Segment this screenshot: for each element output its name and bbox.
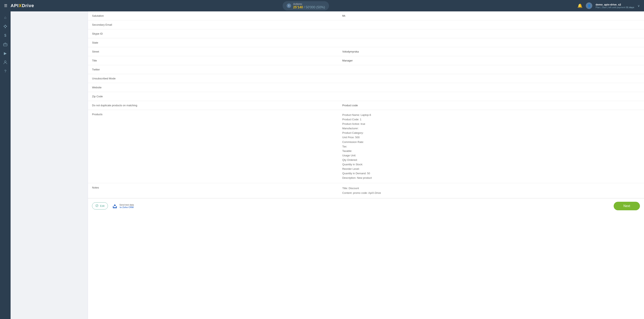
user-info: demo_apix-drive_s2 Plan | Start | left u… bbox=[596, 3, 634, 8]
send-labels: Send test data to Zoho CRM bbox=[119, 204, 134, 208]
field-value bbox=[338, 38, 644, 47]
notes-field-label: Notes bbox=[88, 183, 338, 198]
svg-point-11 bbox=[96, 204, 98, 207]
user-avatar[interactable]: 👤 bbox=[586, 2, 592, 9]
svg-point-10 bbox=[4, 61, 6, 62]
field-label: State bbox=[88, 38, 338, 47]
field-value bbox=[338, 65, 644, 74]
svg-rect-14 bbox=[116, 206, 117, 207]
actions-info: Actions: 25'140 / 50'000 (50%) bbox=[293, 2, 325, 9]
field-label: Street bbox=[88, 47, 338, 56]
page-layout: Salutation Mr. Secondary Email Skype ID … bbox=[10, 12, 644, 319]
svg-marker-16 bbox=[114, 204, 116, 206]
svg-line-4 bbox=[4, 25, 5, 26]
next-button[interactable]: Next bbox=[614, 202, 640, 210]
actions-label: Actions: bbox=[293, 2, 325, 6]
table-row: Skype ID bbox=[88, 29, 644, 38]
field-value bbox=[338, 20, 644, 29]
svg-line-7 bbox=[6, 26, 6, 28]
sidebar-home-icon[interactable]: ⌂ bbox=[1, 14, 9, 22]
logo: APIXDrive bbox=[10, 3, 34, 8]
field-value bbox=[338, 92, 644, 101]
content-area: Salutation Mr. Secondary Email Skype ID … bbox=[10, 12, 644, 319]
expand-icon[interactable]: ∨ bbox=[638, 4, 640, 8]
header-right: 🔔 👤 demo_apix-drive_s2 Plan | Start | le… bbox=[578, 2, 640, 9]
table-row: Do not duplicate products on matching Pr… bbox=[88, 101, 644, 110]
field-value: Mr. bbox=[338, 12, 644, 20]
sidebar: ⌂ $ ▶ bbox=[0, 12, 10, 319]
svg-rect-0 bbox=[4, 26, 4, 27]
svg-line-6 bbox=[6, 25, 6, 26]
field-label: Website bbox=[88, 83, 338, 92]
main-layout: ⌂ $ ▶ bbox=[0, 12, 644, 319]
products-field-value: Product Name: Laptop-6Product Code: 1Pro… bbox=[338, 110, 644, 183]
send-line1: Send test data bbox=[119, 204, 134, 206]
svg-rect-2 bbox=[5, 27, 6, 28]
field-value bbox=[338, 83, 644, 92]
table-row: Twitter bbox=[88, 65, 644, 74]
sidebar-dollar-icon[interactable]: $ bbox=[1, 31, 9, 40]
actions-panel: i Actions: 25'140 / 50'000 (50%) bbox=[282, 1, 329, 10]
edit-icon bbox=[96, 204, 98, 208]
table-row: Products Product Name: Laptop-6Product C… bbox=[88, 110, 644, 183]
send-test-button[interactable]: Send test data to Zoho CRM bbox=[112, 203, 134, 209]
upload-icon bbox=[112, 203, 118, 209]
header-left: ☰ APIXDrive bbox=[4, 3, 34, 8]
field-label: Salutation bbox=[88, 12, 338, 20]
data-table: Salutation Mr. Secondary Email Skype ID … bbox=[88, 12, 644, 110]
table-row: State bbox=[88, 38, 644, 47]
svg-rect-1 bbox=[5, 25, 6, 26]
actions-total: 50'000 bbox=[306, 6, 316, 9]
actions-percent: (50%) bbox=[316, 6, 325, 9]
sidebar-video-icon[interactable]: ▶ bbox=[1, 49, 9, 58]
field-label: Secondary Email bbox=[88, 20, 338, 29]
field-label: Do not duplicate products on matching bbox=[88, 101, 338, 110]
notes-field-value: Title: DiscountContent: promo code: ApiX… bbox=[338, 183, 644, 198]
table-row: Notes Title: DiscountContent: promo code… bbox=[88, 183, 644, 198]
user-name: demo_apix-drive_s2 bbox=[596, 3, 634, 6]
info-icon: i bbox=[287, 4, 291, 8]
svg-line-5 bbox=[4, 26, 5, 28]
footer: Edit Send bbox=[88, 198, 644, 214]
header: ☰ APIXDrive i Actions: 25'140 / 50'000 (… bbox=[0, 0, 644, 12]
right-panel: Salutation Mr. Secondary Email Skype ID … bbox=[88, 12, 644, 319]
sidebar-person-icon[interactable] bbox=[1, 58, 9, 66]
table-row: Title Manager bbox=[88, 56, 644, 65]
table-row: Zip Code bbox=[88, 92, 644, 101]
field-label: Twitter bbox=[88, 65, 338, 74]
svg-rect-3 bbox=[6, 26, 7, 27]
table-row: Website bbox=[88, 83, 644, 92]
logo-text: APIXDrive bbox=[10, 3, 34, 8]
field-label: Zip Code bbox=[88, 92, 338, 101]
table-row: Salutation Mr. bbox=[88, 12, 644, 20]
products-field-label: Products bbox=[88, 110, 338, 183]
user-plan: Plan | Start | left until payment 31 day… bbox=[596, 6, 634, 8]
actions-used: 25'140 bbox=[293, 6, 303, 9]
field-label: Title bbox=[88, 56, 338, 65]
field-value: Product code bbox=[338, 101, 644, 110]
field-label: Skype ID bbox=[88, 29, 338, 38]
send-icon-container bbox=[112, 203, 118, 209]
field-value: Manager bbox=[338, 56, 644, 65]
field-value bbox=[338, 74, 644, 83]
menu-icon[interactable]: ☰ bbox=[4, 4, 7, 8]
sidebar-briefcase-icon[interactable] bbox=[1, 40, 9, 48]
svg-rect-15 bbox=[113, 208, 117, 208]
left-panel bbox=[10, 12, 88, 319]
table-row: Unsubscribed Mode bbox=[88, 74, 644, 83]
svg-rect-12 bbox=[113, 207, 117, 208]
svg-rect-8 bbox=[4, 44, 7, 46]
sidebar-help-icon[interactable]: ? bbox=[1, 67, 9, 75]
field-label: Unsubscribed Mode bbox=[88, 74, 338, 83]
field-value: Volodymyrska bbox=[338, 47, 644, 56]
table-row: Street Volodymyrska bbox=[88, 47, 644, 56]
edit-label: Edit bbox=[100, 204, 104, 208]
edit-button[interactable]: Edit bbox=[92, 202, 108, 210]
table-row: Secondary Email bbox=[88, 20, 644, 29]
svg-rect-13 bbox=[113, 206, 114, 207]
sidebar-diagram-icon[interactable] bbox=[1, 22, 9, 30]
send-line2: to Zoho CRM bbox=[119, 206, 134, 208]
field-value bbox=[338, 29, 644, 38]
products-table: Products Product Name: Laptop-6Product C… bbox=[88, 110, 644, 198]
notification-bell-icon[interactable]: 🔔 bbox=[578, 3, 582, 8]
